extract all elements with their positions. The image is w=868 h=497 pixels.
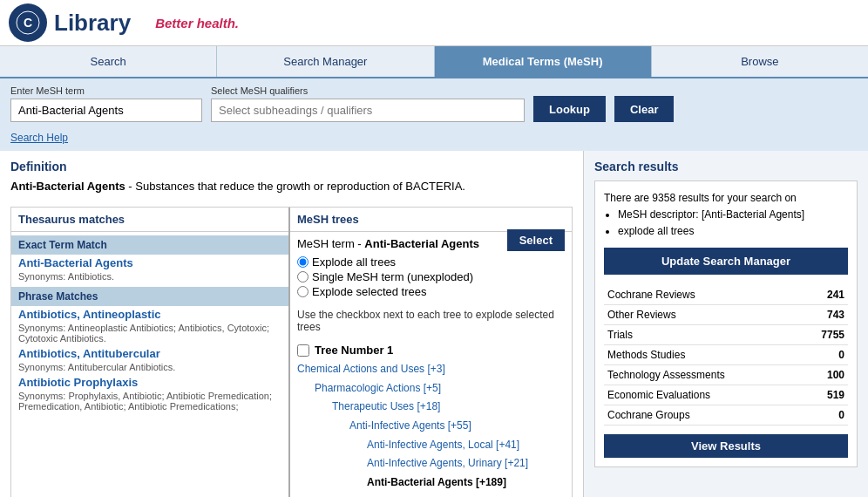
search-help-link[interactable]: Search Help	[10, 132, 68, 144]
summary-item-1: explode all trees	[618, 223, 848, 240]
definition-body: - Substances that reduce the growth or r…	[125, 180, 465, 193]
right-panel: Search results There are 9358 results fo…	[584, 151, 868, 497]
result-row: Economic Evaluations 519	[604, 385, 848, 405]
results-box: There are 9358 results for your search o…	[594, 180, 858, 467]
term-antineoplastic[interactable]: Antibiotics, Antineoplastic	[11, 306, 288, 323]
result-row: Cochrane Reviews 241	[604, 285, 848, 305]
mesh-inner: MeSH term - Anti-Bacterial Agents Explod…	[290, 232, 572, 344]
result-count: 100	[800, 364, 848, 385]
summary-item-0: MeSH descriptor: [Anti-Bacterial Agents]	[618, 207, 848, 223]
search-bar: Enter MeSH term Select MeSH qualifiers L…	[0, 78, 868, 129]
thesaurus-inner: Exact Term Match Anti-Bacterial Agents S…	[11, 235, 288, 413]
thesaurus-scroll[interactable]: Exact Term Match Anti-Bacterial Agents S…	[11, 232, 288, 441]
qualifier-label: Select MeSH qualifiers	[211, 85, 525, 96]
result-row: Technology Assessments 100	[604, 364, 848, 385]
definition-title: Definition	[10, 160, 573, 174]
lookup-button[interactable]: Lookup	[533, 96, 606, 122]
phrase-match-label: Phrase Matches	[11, 287, 288, 306]
result-count: 743	[800, 304, 848, 324]
term-anti-bacterial[interactable]: Anti-Bacterial Agents	[11, 255, 288, 271]
result-category: Technology Assessments	[604, 364, 800, 385]
result-row: Cochrane Groups 0	[604, 405, 848, 425]
radio-group: Explode all trees Single MeSH term (unex…	[297, 255, 473, 300]
select-button[interactable]: Select	[507, 229, 565, 251]
radio-explode-selected-label: Explode selected trees	[312, 285, 427, 298]
radio-single-label: Single MeSH term (unexploded)	[312, 270, 473, 283]
mesh-term-prefix: MeSH term -	[297, 237, 364, 250]
tree-link-5[interactable]: Anti-Infective Agents, Urinary [+21]	[297, 454, 565, 473]
result-count: 519	[800, 385, 848, 405]
tree1-checkbox[interactable]	[297, 344, 309, 357]
result-category: Cochrane Groups	[604, 405, 800, 425]
results-table: Cochrane Reviews 241 Other Reviews 743 T…	[604, 285, 848, 426]
tree-link-2[interactable]: Therapeutic Uses [+18]	[297, 398, 565, 417]
radio-explode-selected-input[interactable]	[297, 286, 309, 297]
results-summary-text: There are 9358 results for your search o…	[604, 192, 797, 204]
definition-term: Anti-Bacterial Agents	[10, 180, 125, 193]
exact-match-label: Exact Term Match	[11, 235, 288, 255]
mesh-term-label: Enter MeSH term	[10, 85, 202, 96]
mesh-tree-scroll[interactable]: Tree Number 1 Chemical Actions and Uses …	[290, 344, 572, 497]
result-category: Cochrane Reviews	[604, 285, 800, 305]
site-title: Library	[54, 10, 131, 37]
logo: C Library Better health.	[9, 3, 239, 42]
thesaurus-pane: Thesaurus matches Exact Term Match Anti-…	[11, 208, 290, 497]
mesh-instructions: Use the checkbox next to each tree to ex…	[297, 309, 565, 333]
result-category: Economic Evaluations	[604, 385, 800, 405]
tree-link-3[interactable]: Anti-Infective Agents [+55]	[297, 417, 565, 436]
tree-link-4[interactable]: Anti-Infective Agents, Local [+41]	[297, 436, 565, 455]
mesh-term-input[interactable]	[10, 99, 202, 122]
mesh-header: MeSH trees	[290, 208, 572, 232]
main-content: Definition Anti-Bacterial Agents - Subst…	[0, 151, 868, 497]
clear-button[interactable]: Clear	[614, 96, 675, 122]
mesh-term-field: Enter MeSH term	[10, 85, 202, 122]
result-row: Other Reviews 743	[604, 304, 848, 324]
result-category: Methods Studies	[604, 344, 800, 364]
tab-browse[interactable]: Browse	[652, 46, 868, 77]
result-category: Other Reviews	[604, 304, 800, 324]
mesh-term-name: Anti-Bacterial Agents	[364, 237, 479, 250]
result-category: Trials	[604, 324, 800, 344]
left-panel: Definition Anti-Bacterial Agents - Subst…	[0, 151, 584, 497]
result-count: 0	[800, 344, 848, 364]
term-antineoplastic-synonyms: Synonyms: Antineoplastic Antibiotics; An…	[11, 323, 288, 345]
term-antitubercular[interactable]: Antibiotics, Antitubercular	[11, 345, 288, 362]
tab-medical-terms[interactable]: Medical Terms (MeSH)	[435, 46, 652, 77]
radio-explode-all: Explode all trees	[297, 255, 473, 269]
definition-text: Anti-Bacterial Agents - Substances that …	[10, 179, 573, 194]
term-prophylaxis[interactable]: Antibiotic Prophylaxis	[11, 374, 288, 391]
search-help-bar: Search Help	[0, 129, 868, 151]
nav-tabs: Search Search Manager Medical Terms (MeS…	[0, 46, 868, 78]
tree-link-1[interactable]: Pharmacologic Actions [+5]	[297, 379, 565, 398]
radio-explode-all-label: Explode all trees	[312, 255, 396, 269]
thesaurus-header: Thesaurus matches	[11, 208, 288, 232]
qualifier-field: Select MeSH qualifiers	[211, 85, 525, 122]
tree1-label: Tree Number 1	[315, 344, 393, 357]
site-tagline: Better health.	[155, 16, 239, 31]
radio-explode-selected: Explode selected trees	[297, 285, 473, 298]
result-row: Trials 7755	[604, 324, 848, 344]
radio-single-input[interactable]	[297, 271, 309, 283]
qualifier-input[interactable]	[211, 99, 525, 122]
results-title: Search results	[594, 160, 858, 174]
view-results-button[interactable]: View Results	[604, 434, 848, 458]
tree-link-0[interactable]: Chemical Actions and Uses [+3]	[297, 360, 565, 379]
result-count: 0	[800, 405, 848, 425]
radio-explode-all-input[interactable]	[297, 256, 309, 268]
tab-search-manager[interactable]: Search Manager	[217, 46, 434, 77]
radio-single: Single MeSH term (unexploded)	[297, 270, 473, 283]
term-antitubercular-synonyms: Synonyms: Antitubercular Antibiotics.	[11, 362, 288, 374]
logo-icon: C	[9, 3, 47, 42]
result-row: Methods Studies 0	[604, 344, 848, 364]
results-summary: There are 9358 results for your search o…	[604, 190, 848, 241]
header: C Library Better health.	[0, 0, 868, 46]
split-panes: Thesaurus matches Exact Term Match Anti-…	[10, 207, 573, 497]
results-summary-list: MeSH descriptor: [Anti-Bacterial Agents]…	[618, 207, 848, 240]
definition-section: Definition Anti-Bacterial Agents - Subst…	[10, 160, 573, 194]
tab-search[interactable]: Search	[0, 46, 217, 77]
term-anti-bacterial-synonyms: Synonyms: Antibiotics.	[11, 271, 288, 283]
update-search-manager-button[interactable]: Update Search Manager	[604, 248, 848, 275]
mesh-pane: MeSH trees MeSH term - Anti-Bacterial Ag…	[290, 208, 572, 497]
term-prophylaxis-synonyms: Synonyms: Prophylaxis, Antibiotic; Antib…	[11, 391, 288, 413]
tree-link-6: Anti-Bacterial Agents [+189]	[297, 473, 565, 493]
